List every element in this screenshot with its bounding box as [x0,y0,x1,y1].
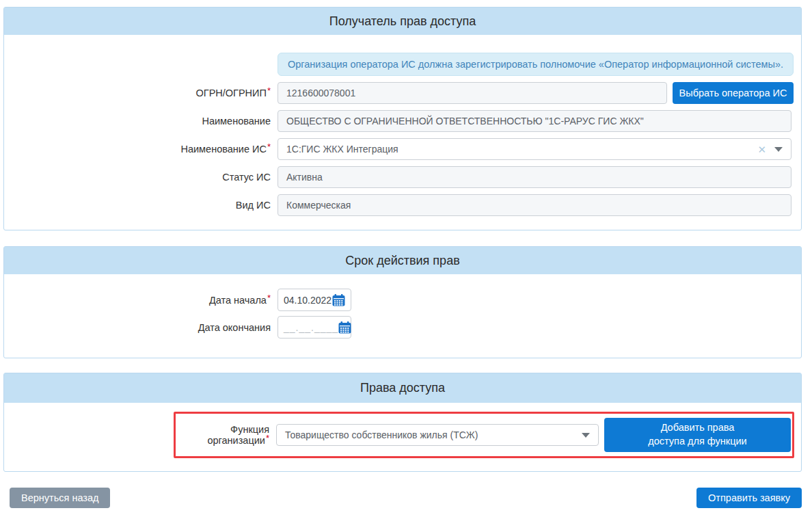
chevron-down-icon [582,433,590,438]
start-date-label: Дата начала* [4,295,278,306]
end-date-mask: __.__.____ [284,322,338,333]
is-kind-row: Вид ИС Коммерческая [4,194,801,216]
is-kind-value: Коммерческая [286,200,351,211]
panel-validity-header: Срок действия прав [4,247,801,274]
ogrn-value: 1216600078001 [286,88,355,98]
end-date-input[interactable]: __.__.____ [278,316,351,339]
ogrn-input[interactable]: 1216600078001 [278,82,667,104]
start-date-input[interactable]: 04.10.2022 [278,289,351,311]
is-name-value: 1С:ГИС ЖКХ Интеграция [286,144,398,155]
panel-title: Получатель прав доступа [329,14,476,29]
select-operator-button[interactable]: Выбрать оператора ИС [673,82,794,104]
panel-access-recipient-header: Получатель прав доступа [4,8,801,35]
name-row: Наименование ОБЩЕСТВО С ОГРАНИЧЕННОЙ ОТВ… [4,110,801,132]
required-marker: * [267,142,271,152]
highlight-rectangle: Функция организации* Товарищество собств… [174,412,794,458]
panel-access-recipient: Получатель прав доступа Организация опер… [3,7,802,230]
is-status-input: Активна [278,166,791,188]
required-marker: * [267,85,271,96]
org-function-select[interactable]: Товарищество собственников жилья (ТСЖ) [276,424,599,446]
is-kind-input: Коммерческая [278,194,791,216]
operator-notice-text: Организация оператора ИС должна зарегист… [288,59,783,70]
operator-notice: Организация оператора ИС должна зарегист… [278,53,794,76]
end-date-row: Дата окончания __.__.____ [4,316,801,339]
ogrn-label: ОГРН/ОГРНИП* [4,88,278,98]
calendar-icon[interactable] [332,294,345,306]
panel-title: Права доступа [360,381,445,395]
name-label: Наименование [4,116,278,127]
panel-access-rights: Права доступа Функция организации* Товар… [3,373,802,472]
org-function-value: Товарищество собственников жилья (ТСЖ) [285,429,478,440]
is-status-row: Статус ИС Активна [4,166,801,188]
ogrn-row: ОГРН/ОГРНИП* 1216600078001 Выбрать опера… [4,82,801,104]
is-status-label: Статус ИС [4,172,278,183]
required-marker: * [267,293,271,303]
org-function-label: Функция организации* [176,424,276,446]
is-name-combobox[interactable]: 1С:ГИС ЖКХ Интеграция ✕ [278,138,791,160]
clear-icon[interactable]: ✕ [757,144,766,155]
back-button[interactable]: Вернуться назад [10,488,110,508]
chevron-down-icon[interactable] [774,147,783,152]
is-name-label: Наименование ИС* [4,144,278,155]
name-value: ОБЩЕСТВО С ОГРАНИЧЕННОЙ ОТВЕТСТВЕННОСТЬЮ… [286,116,644,127]
panel-validity-period: Срок действия прав Дата начала* 04.10.20… [3,246,802,358]
panel-access-rights-header: Права доступа [4,373,801,403]
calendar-icon[interactable] [338,321,351,334]
footer-actions: Вернуться назад Отправить заявку [0,488,812,508]
is-name-row: Наименование ИС* 1С:ГИС ЖКХ Интеграция ✕ [4,138,801,160]
submit-request-button[interactable]: Отправить заявку [696,488,802,508]
start-date-row: Дата начала* 04.10.2022 [4,289,801,311]
is-status-value: Активна [286,172,323,183]
end-date-label: Дата окончания [4,322,278,333]
panel-title: Срок действия прав [345,254,459,268]
start-date-value: 04.10.2022 [284,295,331,306]
is-kind-label: Вид ИС [4,200,278,211]
required-marker: * [266,433,269,443]
name-input: ОБЩЕСТВО С ОГРАНИЧЕННОЙ ОТВЕТСТВЕННОСТЬЮ… [278,110,791,132]
add-access-rights-button[interactable]: Добавить права доступа для функции [604,418,791,452]
